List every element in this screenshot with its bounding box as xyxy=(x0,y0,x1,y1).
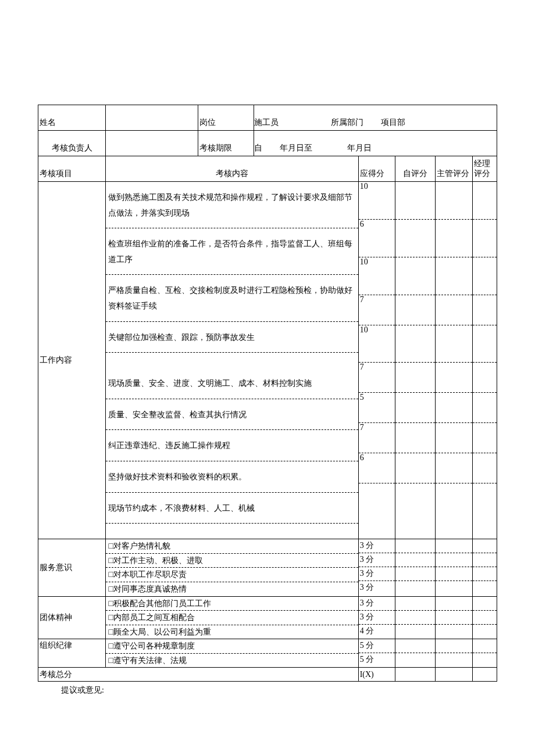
work-self-col[interactable] xyxy=(395,182,436,539)
name-value[interactable] xyxy=(106,105,198,131)
work-row: 关键部位加强检查、跟踪，预防事故发生 xyxy=(106,322,358,353)
col-item: 考核项目 xyxy=(38,156,106,182)
work-row-blank xyxy=(106,524,358,539)
post-value: 施工员 xyxy=(254,117,279,128)
work-row: 纠正违章违纪、违反施工操作规程 xyxy=(106,430,358,461)
section-work: 工作内容 做到熟悉施工图及有关技术规范和操作规程，了解设计要求及细部节点做法，并… xyxy=(38,182,497,539)
service-row: □对本职工作尽职尽责 xyxy=(106,568,358,582)
work-mgr-col[interactable] xyxy=(472,182,497,539)
team-row: □内部员工之间互相配合 xyxy=(106,611,358,625)
col-sup: 主管评分 xyxy=(436,156,473,182)
dept-label: 所属部门 xyxy=(331,117,363,128)
section-team-title: 团体精神 xyxy=(38,596,106,639)
header-row-1: 姓名 岗位 施工员 所属部门 项目部 xyxy=(38,105,497,131)
reviewer-label: 考核负责人 xyxy=(38,131,106,156)
section-work-title: 工作内容 xyxy=(38,182,106,539)
work-sup-col[interactable] xyxy=(436,182,473,539)
work-row: 质量、安全整改监督、检查其执行情况 xyxy=(106,399,358,431)
period-to: 年月日 xyxy=(347,143,372,153)
column-header-row: 考核项目 考核内容 应得分 自评分 主管评分 经理评分 xyxy=(38,156,497,182)
service-row: □对客户热情礼貌 xyxy=(106,539,358,554)
dept-value: 项目部 xyxy=(381,117,405,128)
total-self[interactable] xyxy=(395,668,436,682)
period-from: 年月日至 xyxy=(280,143,312,153)
post-dept-cell: 施工员 所属部门 项目部 xyxy=(254,105,497,131)
section-service-title: 服务意识 xyxy=(38,539,106,596)
reviewer-value[interactable] xyxy=(106,131,198,156)
total-row: 考核总分 I(X) xyxy=(38,668,497,682)
work-row: 做到熟悉施工图及有关技术规范和操作规程，了解设计要求及细部节点做法，并落实到现场 xyxy=(106,182,358,228)
assessment-form: 姓名 岗位 施工员 所属部门 项目部 考核负责人 考核期限 自 年月日至 年月日… xyxy=(38,105,497,696)
header-row-2: 考核负责人 考核期限 自 年月日至 年月日 xyxy=(38,131,497,156)
col-self: 自评分 xyxy=(395,156,436,182)
work-row: 现场节约成本，不浪费材料、人工、机械 xyxy=(106,493,358,524)
col-content: 考核内容 xyxy=(106,156,358,182)
work-row: 严格质量自检、互检、交接检制度及时进行工程隐检预检，协助做好资料签证手续 xyxy=(106,275,358,321)
total-score: I(X) xyxy=(358,668,395,682)
discipline-row: □遵守有关法律、法规 xyxy=(106,654,358,668)
period-label: 考核期限 xyxy=(198,131,254,156)
service-row: □对同事态度真诚热情 xyxy=(106,582,358,596)
work-row: 检查班组作业前的准备工作，是否符合条件，指导监督工人、班组每道工序 xyxy=(106,228,358,275)
work-content: 做到熟悉施工图及有关技术规范和操作规程，了解设计要求及细部节点做法，并落实到现场… xyxy=(106,182,358,539)
period-cell: 自 年月日至 年月日 xyxy=(254,131,497,156)
footnote: 提议或意见: xyxy=(61,685,497,696)
service-row: □对工作主动、积极、进取 xyxy=(106,554,358,568)
section-service: 服务意识 □对客户热情礼貌 □对工作主动、积极、进取 □对本职工作尽职尽责 □对… xyxy=(38,539,497,596)
total-label: 考核总分 xyxy=(38,668,359,682)
work-row: 现场质量、安全、进度、文明施工、成本、材料控制实施 xyxy=(106,353,358,399)
section-discipline: 组织纪律 □遵守公司各种规章制度 □遵守有关法律、法规 5 分 5 分 xyxy=(38,639,497,668)
work-max-col: 10 6 10 7 10 7 5 7 6 xyxy=(358,182,395,539)
total-mgr[interactable] xyxy=(472,668,497,682)
total-sup[interactable] xyxy=(436,668,473,682)
team-row: □积极配合其他部门员工工作 xyxy=(106,597,358,611)
col-max: 应得分 xyxy=(358,156,395,182)
col-mgr: 经理评分 xyxy=(472,156,497,182)
post-label: 岗位 xyxy=(198,105,254,131)
section-discipline-title: 组织纪律 xyxy=(38,639,106,668)
work-row: 坚持做好技术资料和验收资料的积累。 xyxy=(106,461,358,493)
team-row: □顾全大局、以公司利益为重 xyxy=(106,625,358,639)
period-from-prefix: 自 xyxy=(254,143,262,153)
discipline-row: □遵守公司各种规章制度 xyxy=(106,639,358,654)
name-label: 姓名 xyxy=(38,105,106,131)
section-team: 团体精神 □积极配合其他部门员工工作 □内部员工之间互相配合 □顾全大局、以公司… xyxy=(38,596,497,639)
